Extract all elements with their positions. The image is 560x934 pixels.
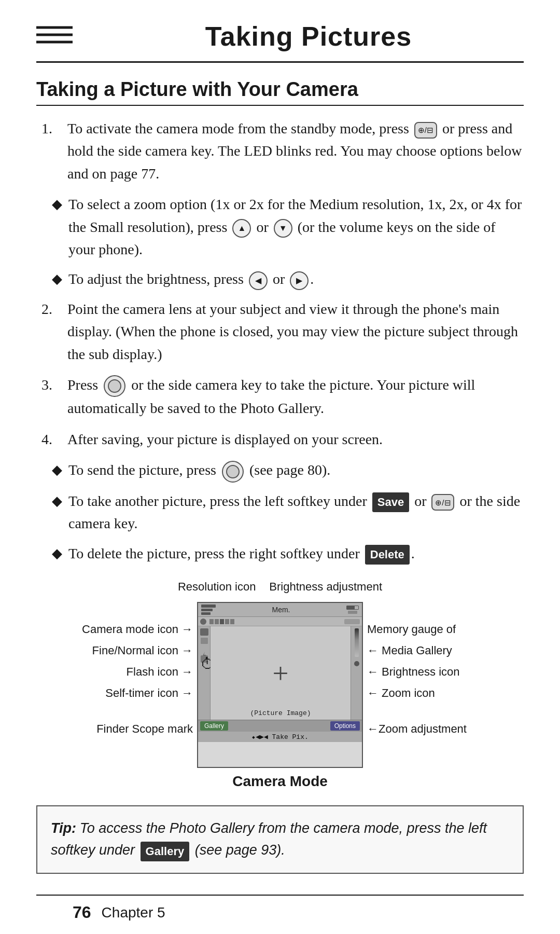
nav-text: ⬥◀▶◀ Take Pix. [251, 733, 309, 741]
bullet-symbol-2: ◆ [52, 268, 68, 290]
gallery-badge-tip: Gallery [141, 842, 190, 861]
camera-diagram: Resolution icon Brightness adjustment Ca… [47, 580, 513, 790]
finder-scope-label: Finder Scope mark [96, 721, 193, 737]
zoom-adjustment-label: ←Zoom adjustment [367, 721, 467, 737]
bullet-symbol: ◆ [52, 193, 68, 260]
step-2-text: Point the camera lens at your subject an… [67, 298, 524, 365]
bullet-sym-4-1: ◆ [52, 459, 68, 483]
bullet-sym-4-3: ◆ [52, 542, 68, 565]
camera-left-sidebar: ⏱ [198, 626, 211, 720]
bullet-1-2: ◆ To adjust the brightness, press ◀ or ▶… [52, 268, 524, 290]
resolution-icon-label: Resolution icon [178, 580, 256, 594]
page-footer: 76 Chapter 5 [36, 895, 524, 929]
zoom-icon-label: ← Zoom icon [367, 685, 435, 702]
gallery-button: Gallery [200, 721, 228, 731]
diagram-left-labels: Camera mode icon → Fine/Normal icon → Fl… [57, 602, 197, 742]
send-button-icon [222, 461, 244, 483]
step-3: 3. Press or the side camera key to take … [41, 374, 524, 420]
self-timer-icon-label: Self-timer icon → [105, 685, 193, 702]
camera-top-bar: Mem. [198, 603, 362, 617]
nav-bar: ⬥◀▶◀ Take Pix. [198, 732, 362, 742]
fine-normal-icon-label: Fine/Normal icon → [92, 643, 193, 659]
camera-right-sidebar [351, 626, 362, 720]
page-number: 76 [73, 903, 91, 922]
page-header: Taking Pictures [36, 21, 524, 63]
mem-label: Mem. [272, 606, 290, 614]
right-arrow-icon: ▶ [290, 271, 309, 290]
bullet-4-3-text: To delete the picture, press the right s… [68, 542, 524, 565]
step-3-text: Press or the side camera key to take the… [67, 374, 524, 420]
step-number-3: 3. [41, 374, 67, 420]
camera-screen-inner: Mem. [198, 603, 362, 767]
shutter-button-icon [104, 375, 125, 397]
cam-mode-icon [200, 628, 208, 636]
camera-mode-caption: Camera Mode [47, 773, 513, 790]
memory-gauge-label: Memory gauge of [367, 622, 456, 638]
step-number-1: 1. [41, 117, 67, 185]
camera-view-area: + (Picture Image) [211, 626, 351, 720]
chapter-label: Chapter 5 [102, 904, 165, 921]
step-4-text: After saving, your picture is displayed … [67, 428, 524, 450]
camera-bottom-bar: Gallery Options [198, 720, 362, 732]
save-badge: Save [372, 492, 409, 512]
tip-text-2: (see page 93). [191, 842, 285, 858]
delete-badge: Delete [365, 545, 410, 565]
bullet-4-2: ◆ To take another picture, press the lef… [52, 490, 524, 535]
options-button: Options [330, 721, 360, 731]
camera-mode-icon-label: Camera mode icon → [82, 622, 193, 638]
up-arrow-icon: ▲ [232, 219, 251, 238]
camera-middle: ⏱ + (Picture Image) [198, 626, 362, 720]
bullet-1-2-text: To adjust the brightness, press ◀ or ▶. [68, 268, 524, 290]
page-title: Taking Pictures [93, 21, 524, 52]
zoom-bar [355, 628, 359, 657]
diagram-right-labels: Memory gauge of ← Media Gallery ← Bright… [363, 602, 503, 742]
section-heading: Taking a Picture with Your Camera [36, 78, 524, 106]
down-arrow-icon: ▼ [274, 219, 292, 238]
cam-flash-icon [201, 646, 208, 653]
diagram-main: Camera mode icon → Fine/Normal icon → Fl… [47, 602, 513, 768]
cam-fine-icon [201, 638, 208, 644]
bullet-4-2-text: To take another picture, press the left … [68, 490, 524, 535]
step-4: 4. After saving, your picture is display… [41, 428, 524, 450]
tip-label: Tip: [51, 820, 76, 836]
content-area: 1. To activate the camera mode from the … [36, 117, 524, 565]
flash-icon-label: Flash icon → [127, 664, 193, 680]
camera-mode-button-icon: ⊕/⊟ [414, 122, 437, 139]
cam-timer-icon: ⏱ [201, 655, 208, 663]
camera-icon-inline: ⊕/⊟ [431, 494, 454, 511]
zoom-indicator [354, 661, 359, 666]
step-1-text: To activate the camera mode from the sta… [67, 117, 524, 185]
media-gallery-label: ← Media Gallery [367, 643, 452, 659]
bullet-sym-4-2: ◆ [52, 490, 68, 535]
tip-box: Tip: To access the Photo Gallery from th… [36, 805, 524, 874]
step-2: 2. Point the camera lens at your subject… [41, 298, 524, 365]
bullet-1-1: ◆ To select a zoom option (1x or 2x for … [52, 193, 524, 260]
camera-screen: Mem. [197, 602, 363, 768]
step-1: 1. To activate the camera mode from the … [41, 117, 524, 185]
brightness-icon-label: ← Brightness icon [367, 664, 460, 680]
step-number-2: 2. [41, 298, 67, 365]
bullet-4-1-text: To send the picture, press (see page 80)… [68, 459, 524, 483]
camera-screen-area: Mem. [197, 602, 363, 768]
brightness-adj-label: Brightness adjustment [269, 580, 382, 594]
logo [36, 22, 78, 51]
bullet-1-1-text: To select a zoom option (1x or 2x for th… [68, 193, 524, 260]
picture-image-label: (Picture Image) [250, 709, 311, 717]
left-arrow-icon: ◀ [249, 271, 268, 290]
step-number-4: 4. [41, 428, 67, 450]
bullet-4-3: ◆ To delete the picture, press the right… [52, 542, 524, 565]
bullet-4-1: ◆ To send the picture, press (see page 8… [52, 459, 524, 483]
